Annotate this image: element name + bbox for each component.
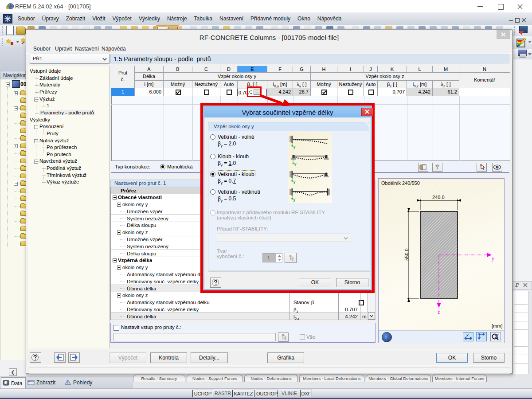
- svg-text:y: y: [492, 255, 494, 262]
- svg-text:x: x: [466, 333, 469, 337]
- svg-text:y: y: [293, 145, 296, 149]
- svg-text:z: z: [438, 309, 440, 315]
- svg-text:y: y: [293, 197, 296, 202]
- svg-text:5: 5: [6, 5, 9, 10]
- svg-text:y: y: [294, 162, 297, 166]
- svg-text:240.0: 240.0: [432, 195, 445, 200]
- svg-text:550.0: 550.0: [404, 248, 409, 261]
- svg-text:y: y: [293, 180, 296, 184]
